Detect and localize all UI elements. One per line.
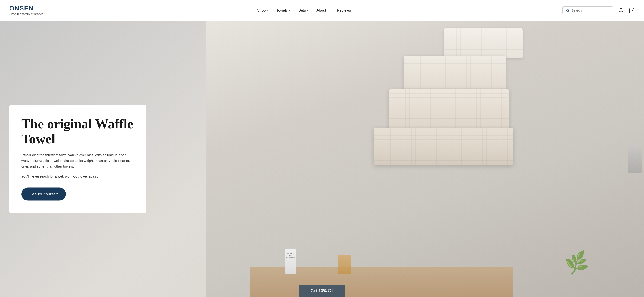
nav-shop-label: Shop: [257, 8, 266, 12]
svg-point-2: [620, 8, 622, 10]
brand-logo[interactable]: ONSEN: [9, 5, 46, 12]
brand-sub-link[interactable]: Shop the family of brands ▾: [9, 12, 46, 16]
nav-item-about[interactable]: About ▾: [316, 8, 328, 12]
nav-about-label: About: [316, 8, 326, 12]
waffle-texture-4: [374, 128, 513, 165]
nav-towels-chevron: ▾: [289, 9, 290, 12]
brush-decoration: [338, 255, 352, 274]
waffle-texture-1: [444, 28, 523, 58]
towel-third: [388, 89, 509, 131]
cart-icon: [629, 8, 635, 14]
nav-towels-label: Towels: [276, 8, 288, 12]
product-bottle: FRAGRANCE FREE200 mL / 6.8 fl oz: [285, 248, 296, 274]
nav-about-chevron: ▾: [327, 9, 328, 12]
hero-card: The original Waffle Towel Introducing th…: [9, 105, 146, 213]
brand-chevron-icon: ▾: [44, 13, 46, 15]
hero-title: The original Waffle Towel: [21, 116, 134, 147]
account-button[interactable]: [618, 8, 624, 14]
nav-item-reviews[interactable]: Reviews: [337, 8, 351, 12]
waffle-texture-2: [404, 56, 506, 93]
hero-description-2: You'll never reach for a wet, worn-out t…: [21, 174, 134, 179]
cart-button[interactable]: [629, 8, 635, 14]
nav-item-sets[interactable]: Sets ▾: [298, 8, 308, 12]
brand-area: ONSEN Shop the family of brands ▾: [9, 5, 46, 16]
towel-top: [444, 28, 523, 58]
brand-sub-text: Shop the family of brands: [9, 12, 44, 16]
hero-image: 🌿 FRAGRANCE FREE200 mL / 6.8 fl oz: [206, 21, 644, 297]
main-nav: Shop ▾ Towels ▾ Sets ▾ About ▾ Reviews: [257, 8, 351, 12]
nav-item-shop[interactable]: Shop ▾: [257, 8, 268, 12]
discount-banner[interactable]: Get 10% Off: [300, 285, 345, 297]
search-input[interactable]: [572, 8, 610, 12]
towel-second: [404, 56, 506, 93]
hero-description-1: Introducing the thirstiest towel you've …: [21, 152, 134, 169]
header-actions: [562, 6, 635, 14]
bottle-label: FRAGRANCE FREE200 mL / 6.8 fl oz: [286, 253, 296, 258]
waffle-texture-3: [388, 89, 509, 131]
towel-bottom: [374, 128, 513, 165]
nav-item-towels[interactable]: Towels ▾: [276, 8, 290, 12]
search-icon: [566, 8, 570, 12]
towel-stack: [341, 28, 626, 271]
search-box[interactable]: [562, 6, 614, 14]
see-for-yourself-button[interactable]: See for Yourself: [21, 188, 66, 200]
nav-sets-chevron: ▾: [307, 9, 308, 12]
hero-section: 🌿 FRAGRANCE FREE200 mL / 6.8 fl oz The o…: [0, 21, 644, 297]
svg-line-1: [568, 11, 569, 12]
user-icon: [618, 8, 624, 14]
nav-reviews-label: Reviews: [337, 8, 351, 12]
site-header: ONSEN Shop the family of brands ▾ Shop ▾…: [0, 0, 644, 21]
nav-shop-chevron: ▾: [267, 9, 268, 12]
faucet-decoration: [628, 145, 642, 173]
nav-sets-label: Sets: [298, 8, 306, 12]
svg-point-0: [566, 9, 568, 11]
discount-label: Get 10% Off: [311, 288, 334, 293]
